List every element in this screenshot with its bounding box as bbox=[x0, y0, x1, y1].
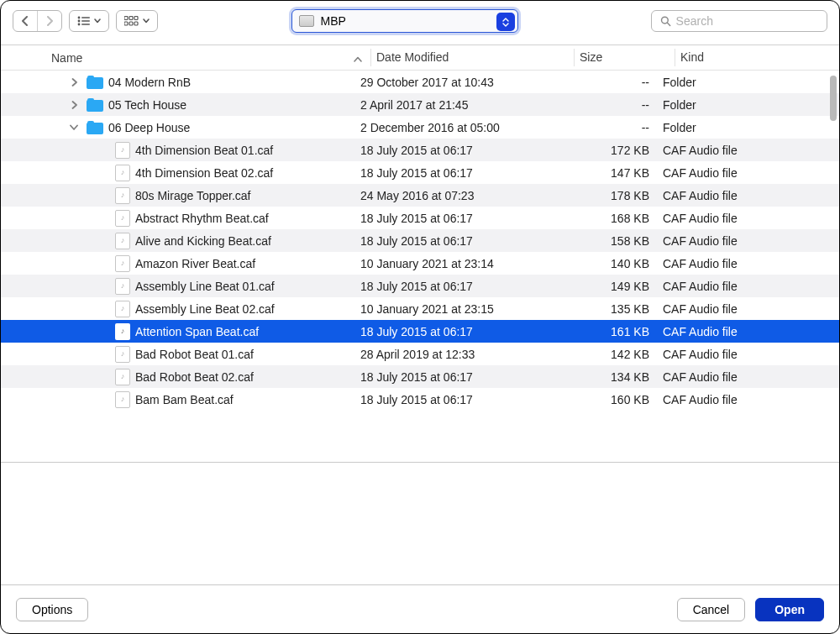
file-row[interactable]: ♪Alive and Kicking Beat.caf18 July 2015 … bbox=[1, 229, 839, 252]
toolbar: MBP bbox=[1, 1, 839, 45]
folder-row[interactable]: 06 Deep House2 December 2016 at 05:00--F… bbox=[1, 116, 839, 139]
cell-kind: CAF Audio file bbox=[661, 393, 814, 406]
cell-size: 158 KB bbox=[562, 234, 661, 248]
folder-row[interactable]: 05 Tech House2 April 2017 at 21:45--Fold… bbox=[1, 93, 839, 116]
cell-size: 178 KB bbox=[562, 189, 661, 202]
row-name: 05 Tech House bbox=[108, 98, 186, 112]
cell-name: ♪Alive and Kicking Beat.caf bbox=[1, 233, 357, 249]
cell-name: ♪Bam Bam Beat.caf bbox=[1, 391, 357, 408]
svg-point-2 bbox=[78, 20, 81, 23]
location-select[interactable]: MBP bbox=[291, 9, 518, 33]
cell-name: ♪Attention Span Beat.caf bbox=[1, 323, 357, 340]
cell-date: 18 July 2015 at 06:17 bbox=[357, 325, 562, 338]
cell-name: ♪Bad Robot Beat 02.caf bbox=[1, 369, 357, 385]
cell-kind: Folder bbox=[661, 121, 814, 134]
open-button[interactable]: Open bbox=[755, 598, 824, 621]
audio-file-icon: ♪ bbox=[115, 346, 130, 363]
cell-kind: CAF Audio file bbox=[661, 348, 814, 361]
column-name[interactable]: Name bbox=[1, 51, 370, 65]
list-view-icon bbox=[77, 16, 91, 26]
cell-size: 142 KB bbox=[562, 348, 661, 361]
cell-size: -- bbox=[562, 76, 661, 89]
file-row[interactable]: ♪Bad Robot Beat 01.caf28 April 2019 at 1… bbox=[1, 343, 839, 365]
row-name: Bad Robot Beat 02.caf bbox=[135, 370, 254, 384]
chevron-right-icon bbox=[45, 16, 54, 26]
svg-rect-3 bbox=[81, 20, 90, 22]
cell-kind: CAF Audio file bbox=[661, 257, 814, 270]
cell-size: 172 KB bbox=[562, 144, 661, 157]
file-row[interactable]: ♪Bam Bam Beat.caf18 July 2015 at 06:1716… bbox=[1, 388, 839, 411]
column-size[interactable]: Size bbox=[574, 49, 675, 65]
audio-file-icon: ♪ bbox=[115, 142, 130, 159]
chevron-left-icon bbox=[21, 16, 29, 26]
svg-rect-7 bbox=[129, 17, 133, 20]
chevron-down-icon bbox=[143, 18, 150, 24]
file-list[interactable]: 04 Modern RnB29 October 2017 at 10:43--F… bbox=[1, 71, 839, 462]
cell-kind: CAF Audio file bbox=[661, 280, 814, 293]
folder-icon bbox=[87, 76, 103, 89]
file-row[interactable]: ♪80s Mirage Topper.caf24 May 2016 at 07:… bbox=[1, 184, 839, 207]
cell-kind: CAF Audio file bbox=[661, 325, 814, 338]
audio-file-icon: ♪ bbox=[115, 233, 130, 249]
row-name: Bad Robot Beat 01.caf bbox=[135, 348, 254, 361]
cell-date: 24 May 2016 at 07:23 bbox=[357, 189, 562, 202]
cancel-button[interactable]: Cancel bbox=[677, 598, 746, 621]
cell-kind: CAF Audio file bbox=[661, 212, 814, 225]
svg-rect-11 bbox=[134, 22, 138, 25]
view-group-button[interactable] bbox=[116, 10, 158, 32]
search-icon bbox=[660, 15, 671, 27]
cell-kind: CAF Audio file bbox=[661, 144, 814, 157]
svg-rect-1 bbox=[81, 17, 90, 18]
scrollbar-thumb[interactable] bbox=[830, 76, 837, 121]
options-button[interactable]: Options bbox=[16, 598, 88, 621]
cell-date: 18 July 2015 at 06:17 bbox=[357, 280, 562, 293]
cell-size: -- bbox=[562, 121, 661, 134]
file-row[interactable]: ♪Bad Robot Beat 02.caf18 July 2015 at 06… bbox=[1, 365, 839, 388]
cell-name: ♪Assembly Line Beat 02.caf bbox=[1, 301, 357, 317]
chevron-right-icon[interactable] bbox=[71, 78, 78, 86]
folder-icon bbox=[87, 98, 103, 112]
cell-kind: Folder bbox=[661, 98, 814, 112]
cell-date: 18 July 2015 at 06:17 bbox=[357, 370, 562, 384]
chevron-down-icon[interactable] bbox=[70, 124, 78, 131]
file-row[interactable]: ♪4th Dimension Beat 01.caf18 July 2015 a… bbox=[1, 139, 839, 161]
column-date[interactable]: Date Modified bbox=[370, 49, 574, 65]
folder-icon bbox=[87, 121, 103, 134]
svg-line-13 bbox=[668, 23, 670, 25]
cell-size: 160 KB bbox=[562, 393, 661, 406]
cell-date: 18 July 2015 at 06:17 bbox=[357, 234, 562, 248]
audio-file-icon: ♪ bbox=[115, 210, 130, 227]
column-date-label: Date Modified bbox=[376, 50, 449, 64]
file-row[interactable]: ♪4th Dimension Beat 02.caf18 July 2015 a… bbox=[1, 161, 839, 184]
back-button[interactable] bbox=[13, 11, 37, 31]
search-input[interactable] bbox=[676, 14, 818, 28]
grid-group-icon bbox=[124, 16, 139, 26]
svg-rect-8 bbox=[134, 17, 138, 20]
cell-date: 18 July 2015 at 06:17 bbox=[357, 212, 562, 225]
cell-name: ♪Abstract Rhythm Beat.caf bbox=[1, 210, 357, 227]
cell-size: 168 KB bbox=[562, 212, 661, 225]
cell-name: ♪Assembly Line Beat 01.caf bbox=[1, 278, 357, 295]
audio-file-icon: ♪ bbox=[115, 187, 130, 204]
cell-size: 135 KB bbox=[562, 302, 661, 316]
row-name: Assembly Line Beat 01.caf bbox=[135, 280, 275, 293]
file-row[interactable]: ♪Amazon River Beat.caf10 January 2021 at… bbox=[1, 252, 839, 275]
file-row[interactable]: ♪Attention Span Beat.caf18 July 2015 at … bbox=[1, 320, 839, 343]
folder-row[interactable]: 04 Modern RnB29 October 2017 at 10:43--F… bbox=[1, 71, 839, 93]
cell-kind: CAF Audio file bbox=[661, 234, 814, 248]
cell-date: 2 April 2017 at 21:45 bbox=[357, 98, 562, 112]
chevron-right-icon[interactable] bbox=[71, 101, 78, 109]
cell-name: 05 Tech House bbox=[1, 98, 357, 112]
search-box[interactable] bbox=[651, 10, 827, 32]
cell-size: 147 KB bbox=[562, 166, 661, 180]
row-name: Assembly Line Beat 02.caf bbox=[135, 302, 275, 316]
column-kind[interactable]: Kind bbox=[675, 49, 839, 65]
cell-date: 2 December 2016 at 05:00 bbox=[357, 121, 562, 134]
location-label: MBP bbox=[321, 14, 346, 28]
file-row[interactable]: ♪Assembly Line Beat 02.caf10 January 202… bbox=[1, 297, 839, 320]
file-row[interactable]: ♪Abstract Rhythm Beat.caf18 July 2015 at… bbox=[1, 207, 839, 229]
forward-button[interactable] bbox=[37, 11, 61, 31]
view-list-button[interactable] bbox=[69, 10, 109, 32]
file-row[interactable]: ♪Assembly Line Beat 01.caf18 July 2015 a… bbox=[1, 275, 839, 297]
cell-size: 149 KB bbox=[562, 280, 661, 293]
